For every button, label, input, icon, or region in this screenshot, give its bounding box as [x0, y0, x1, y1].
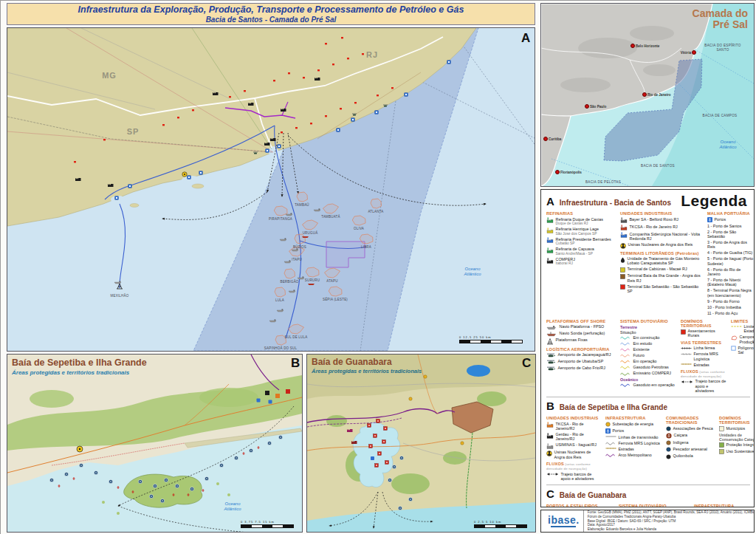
- legend-section-c: CBaía de GuanabaraPORTOS & ESTALEIROSPor…: [546, 485, 750, 507]
- settlement-mark: [340, 108, 342, 109]
- legend-item-label: Indígena: [673, 440, 689, 445]
- helicopter-icon: [546, 353, 556, 358]
- b-nuclear-icon: [77, 446, 83, 452]
- circle-symbol: [666, 454, 671, 459]
- field-outline: [371, 199, 382, 208]
- legend-item: Gasoduto Petrobras: [620, 365, 676, 370]
- legend-item: Pescador artesanal: [666, 447, 715, 453]
- refinery-icon: [620, 225, 628, 230]
- settlement-mark: [177, 117, 179, 118]
- community-icon: [267, 441, 271, 445]
- legend-item: 7 - Porto de Niterói (Estaleiro Mauá): [707, 278, 755, 287]
- legend-item: Municípios: [719, 426, 755, 432]
- legend-item: 11 - Porto do Açu: [707, 311, 755, 315]
- legend-item: Ferrovia MRS Logística: [605, 441, 662, 446]
- settlement-mark: [229, 96, 231, 97]
- legend-item-label: Refinaria de CapuavaSanto André/Mauá - S…: [556, 247, 594, 256]
- ibase-logo-rule: [551, 526, 576, 527]
- legend-item-label: Terminal de Cabiúnas - Macaé RJ: [628, 267, 687, 271]
- legend-item-label: Aeroporto de Cabo Frio/RJ: [558, 366, 605, 370]
- legend-section-title: Baía de Sepetiba e Ilha Grande: [560, 403, 667, 411]
- legend-group-header: SISTEMA DUTOVIÁRIO: [619, 504, 690, 507]
- legend-item-label: Unidade de Tratamento de Gás Monteiro Lo…: [628, 256, 704, 266]
- city-label: Belo Horizonte: [636, 44, 659, 48]
- scalebar-labels: 0 12,5 25 50 km: [459, 335, 523, 339]
- community-icon: [138, 479, 142, 483]
- legend-item: Trajeto barcos de apoio e aliviadores: [546, 472, 601, 482]
- legend-panel: Legenda AInfraestrutura - Bacia de Santo…: [540, 189, 755, 507]
- legend-item-label: TKCSA - Rio de Janeiro RJ: [630, 225, 678, 229]
- square-symbol: [620, 284, 625, 290]
- legend-item-label: Gerdau - Rio de Janeiro/RJ: [556, 432, 602, 442]
- port-icon: [257, 399, 261, 403]
- drillship-icon: [546, 332, 557, 337]
- legend-item: Campos de Produção: [731, 335, 755, 344]
- map-b-scalebar: 0 3,75 7,5 15 km: [241, 520, 294, 528]
- legend-item: 9 - Porto do Forno: [707, 299, 755, 304]
- legend-item-label: Plataformas Fixas: [556, 338, 588, 342]
- settlement-mark: [103, 139, 106, 140]
- port-icon: [351, 118, 355, 122]
- legend-item-label: 11 - Porto do Açu: [707, 311, 738, 315]
- legend-item: Linha férrea: [681, 346, 726, 350]
- settlement-mark: [281, 131, 283, 133]
- legend-item-label: 1 - Porto de Santos: [707, 224, 741, 228]
- map-c-subtitle: Áreas protegidas e territórios tradicion…: [312, 368, 422, 374]
- square-symbol: [719, 426, 724, 431]
- legend-item: Trajeto barcos de apoio e aliviadores: [681, 379, 726, 393]
- legend-item: Ferrovia MRS Logística: [681, 352, 726, 361]
- industrial-plant-icon: [275, 394, 280, 398]
- legend-item: Terminal de Cabiúnas - Macaé RJ: [620, 267, 703, 273]
- legend-section-header: BBaía de Sepetiba e Ilha Grande: [546, 400, 750, 412]
- credits-panel: ibase. Fonte: GeoSGB (MMA), PMZ (2011), …: [540, 510, 755, 533]
- sao-sebastiao-island: [130, 204, 139, 208]
- legend-item-label: Proteção Integral: [726, 442, 755, 447]
- field-outline: [275, 335, 286, 345]
- port-icon: [269, 400, 272, 404]
- legend-item-sublabel: Itaboraí RJ: [556, 261, 575, 266]
- legend-section-letter: A: [546, 195, 554, 208]
- legend-item-label: Em operação: [633, 359, 657, 363]
- refinery-icon: [546, 443, 554, 449]
- legend-item-label: Bayer SA - Belford Roxo RJ: [630, 217, 679, 222]
- legend-item-label: Linhas de transmissão: [619, 435, 659, 439]
- map-c-canvas: [307, 355, 535, 532]
- refinery-icon: [546, 217, 554, 223]
- legend-item: Assentamentos Rurais: [681, 329, 726, 338]
- helicopter-icon: [546, 360, 556, 365]
- refinery-icon: [546, 247, 554, 253]
- square-symbol: [719, 449, 724, 454]
- port-icon: [266, 149, 269, 153]
- community-icon: [94, 470, 97, 474]
- legend-item-label: Ferrovia MRS Logística: [619, 441, 660, 445]
- legend-sections: AInfraestrutura - Bacia de SantosREFINAR…: [546, 194, 750, 507]
- community-icon: [219, 463, 223, 467]
- legend-subheader-2: Unidades de Conservação Categoria: [719, 433, 755, 442]
- legend-column: REFINARIASRefinaria Duque de CaxiasDuque…: [546, 209, 616, 267]
- dashed-line-symbol: [731, 325, 742, 328]
- legend-item-label: Gasoduto em operação: [633, 383, 675, 387]
- legend-item-label: 4 - Porto de Guaíba (TIG): [707, 250, 752, 255]
- field-outline: [275, 287, 286, 297]
- legend-item: 2 - Porto de São Sebastião: [707, 230, 755, 239]
- tup-terminal-icon: [378, 452, 382, 456]
- legend-item: Unidade de Tratamento de Gás Monteiro Lo…: [620, 256, 703, 266]
- community-icon: [149, 494, 153, 498]
- legend-item: Limites Estaduais: [731, 324, 755, 334]
- tup-terminal-icon: [369, 445, 373, 448]
- legend-item-label: USIMINAS - Itaguaí/RJ: [556, 442, 597, 447]
- legend-column: LIMITESLimites EstaduaisCampos de Produç…: [731, 317, 755, 357]
- substation-icon: [409, 397, 412, 400]
- legend-item: Gasoduto em operação: [620, 383, 676, 388]
- city-label: Rio de Janeiro: [647, 93, 671, 97]
- pipeline-line-icon: [620, 383, 631, 387]
- pipeline-line-icon: [620, 365, 631, 369]
- legend-group-note: (setas conforme densidade de navegação): [546, 462, 591, 470]
- legend-item: Plataformas Fixas: [546, 338, 616, 345]
- legend-group-header: REFINARIAS: [546, 211, 616, 216]
- legend-item: Uso Sustentável: [719, 449, 755, 455]
- legend-section-header: CBaía de Guanabara: [546, 487, 750, 500]
- legend-item-label: Aeroporto de Ubatuba/SP: [558, 359, 604, 363]
- community-icon: [153, 484, 157, 487]
- legend-item-label: Campos de Produção: [740, 335, 755, 344]
